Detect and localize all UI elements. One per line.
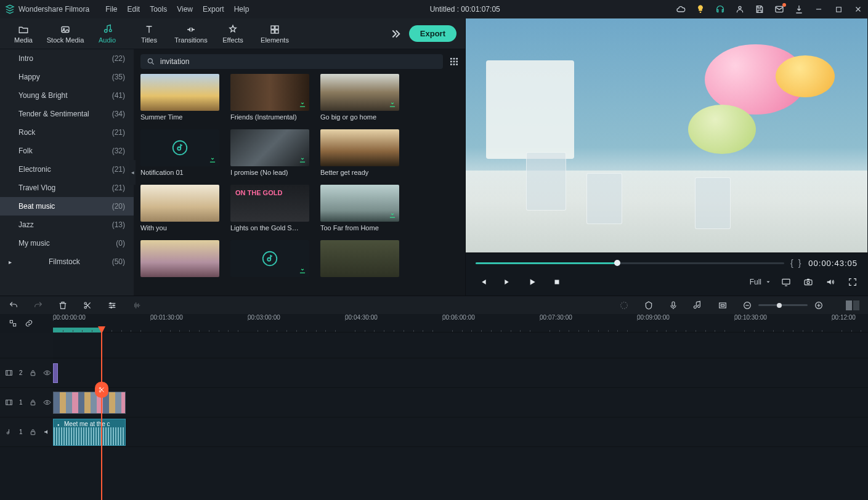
asset-thumbnail[interactable] — [140, 74, 219, 111]
menu-help[interactable]: Help — [234, 5, 249, 14]
eye-icon[interactable] — [43, 369, 51, 377]
snapshot-icon[interactable] — [803, 277, 813, 287]
undo-icon[interactable] — [9, 300, 18, 310]
asset-thumbnail[interactable] — [320, 240, 399, 277]
window-maximize-icon[interactable] — [834, 4, 843, 14]
eye-icon[interactable] — [43, 398, 51, 406]
asset-card[interactable] — [320, 240, 399, 280]
link-icon[interactable] — [25, 319, 33, 328]
message-icon[interactable] — [774, 4, 784, 14]
timeline-settings-icon[interactable] — [9, 319, 17, 328]
account-icon[interactable] — [735, 4, 745, 14]
tab-audio[interactable]: Audio — [86, 24, 128, 44]
asset-card[interactable]: ON THE GOLDLights on the Gold S… — [230, 185, 309, 232]
window-minimize-icon[interactable] — [814, 4, 824, 14]
redo-icon[interactable] — [33, 300, 43, 310]
download-badge-icon[interactable] — [298, 100, 307, 108]
menu-view[interactable]: View — [177, 5, 193, 14]
zoom-out-icon[interactable] — [742, 300, 752, 310]
asset-card[interactable]: With you — [140, 185, 219, 232]
playback-quality-select[interactable]: Full — [750, 278, 771, 286]
category-item[interactable]: Travel Vlog(21) — [0, 179, 134, 197]
crop-icon[interactable] — [718, 300, 728, 310]
adjust-icon[interactable] — [107, 300, 117, 310]
asset-card[interactable]: Summer Time — [140, 74, 219, 121]
menu-edit[interactable]: Edit — [128, 5, 140, 14]
asset-thumbnail[interactable] — [230, 74, 309, 111]
asset-card[interactable]: Too Far from Home — [320, 185, 399, 232]
zoom-slider[interactable] — [758, 304, 808, 306]
track-size-toggle[interactable] — [846, 300, 859, 310]
tab-transitions[interactable]: Transitions — [170, 24, 212, 44]
timeline-ruler[interactable]: 00:00:00:0000:01:30:0000:03:00:0000:04:3… — [53, 314, 868, 333]
clip-video[interactable] — [53, 392, 126, 414]
download-badge-icon[interactable] — [208, 155, 217, 164]
menu-file[interactable]: File — [105, 5, 117, 14]
lock-icon[interactable] — [29, 428, 37, 436]
search-input[interactable] — [160, 57, 437, 66]
window-close-icon[interactable] — [853, 4, 863, 14]
cloud-icon[interactable] — [676, 4, 686, 14]
category-item[interactable]: Folk(32) — [0, 142, 134, 160]
render-icon[interactable] — [619, 300, 629, 310]
category-item[interactable]: My music(0) — [0, 234, 134, 252]
asset-thumbnail[interactable]: ON THE GOLD — [230, 185, 309, 222]
tab-effects[interactable]: Effects — [212, 24, 254, 44]
asset-thumbnail[interactable] — [230, 240, 309, 277]
playhead[interactable] — [101, 333, 102, 500]
save-icon[interactable] — [755, 4, 765, 14]
voiceover-icon[interactable] — [668, 300, 678, 310]
in-out-markers[interactable]: { } — [790, 258, 802, 268]
split-icon[interactable] — [83, 300, 92, 310]
asset-card[interactable]: Friends (Instrumental) — [230, 74, 309, 121]
category-item[interactable]: Jazz(13) — [0, 216, 134, 234]
lock-icon[interactable] — [29, 398, 37, 406]
asset-card[interactable]: Notification 01 — [140, 129, 219, 176]
lock-icon[interactable] — [29, 369, 37, 377]
next-frame-button[interactable] — [503, 277, 513, 287]
asset-thumbnail[interactable] — [320, 185, 399, 222]
asset-thumbnail[interactable] — [140, 129, 219, 166]
category-item[interactable]: Intro(22) — [0, 49, 134, 68]
export-button[interactable]: Export — [409, 25, 456, 42]
asset-thumbnail[interactable] — [320, 129, 399, 166]
category-item[interactable]: Filmstock(50) — [0, 252, 134, 271]
asset-thumbnail[interactable] — [140, 185, 219, 222]
category-item[interactable]: Happy(35) — [0, 68, 134, 86]
grid-view-icon[interactable] — [449, 57, 459, 67]
play-button[interactable] — [527, 277, 537, 287]
download-badge-icon[interactable] — [298, 155, 307, 164]
tab-titles[interactable]: Titles — [128, 24, 170, 44]
asset-thumbnail[interactable] — [320, 74, 399, 111]
download-badge-icon[interactable] — [388, 211, 397, 219]
clip-overlay[interactable] — [53, 363, 58, 383]
zoom-in-icon[interactable] — [814, 300, 824, 310]
asset-card[interactable] — [230, 240, 309, 280]
category-list[interactable]: Intro(22)Happy(35)Young & Bright(41)Tend… — [0, 49, 134, 296]
category-item[interactable]: Beat music(20) — [0, 197, 134, 216]
bulb-icon[interactable] — [696, 4, 705, 14]
asset-card[interactable] — [140, 240, 219, 280]
collapse-sidebar-handle[interactable]: ◂ — [129, 160, 136, 185]
audio-waveform-icon[interactable] — [132, 300, 142, 310]
asset-card[interactable]: I promise (No lead) — [230, 129, 309, 176]
track-video-2[interactable]: 2 — [0, 358, 868, 388]
track-video-1[interactable]: 1 — [0, 388, 868, 417]
external-preview-icon[interactable] — [781, 277, 791, 287]
playhead-split-icon[interactable] — [95, 382, 108, 398]
menu-export[interactable]: Export — [203, 5, 224, 14]
support-icon[interactable] — [715, 4, 725, 14]
prev-frame-button[interactable] — [478, 277, 488, 287]
category-item[interactable]: Young & Bright(41) — [0, 86, 134, 105]
category-item[interactable]: Rock(21) — [0, 123, 134, 142]
category-item[interactable]: Tender & Sentimental(34) — [0, 105, 134, 123]
audio-mixer-icon[interactable] — [693, 300, 703, 310]
fullscreen-icon[interactable] — [848, 277, 858, 287]
category-item[interactable]: Electronic(21) — [0, 160, 134, 179]
stop-button[interactable] — [552, 277, 562, 287]
tab-media[interactable]: Media — [2, 24, 44, 44]
asset-thumbnail[interactable] — [140, 240, 219, 277]
preview-canvas[interactable] — [466, 18, 867, 252]
download-icon[interactable] — [794, 4, 804, 14]
clip-audio[interactable]: Meet me at the c — [53, 419, 126, 446]
